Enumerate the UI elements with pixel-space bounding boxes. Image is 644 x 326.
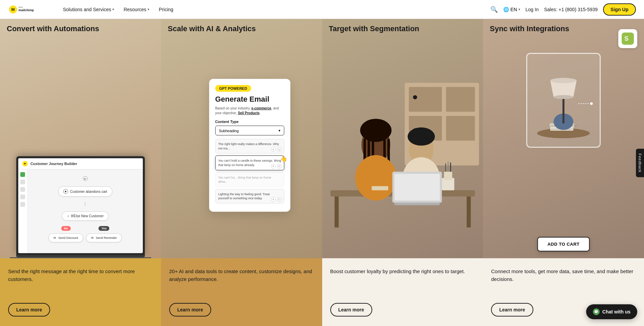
chat-button[interactable]: 💬 Chat with us bbox=[586, 304, 637, 319]
ai-generate-card: GPT POWERED Generate Email Based on your… bbox=[209, 79, 290, 212]
card-seg-bottom: Boost customer loyalty by predicting the… bbox=[322, 258, 483, 326]
card-int-title: Sync with Integrations bbox=[490, 24, 569, 33]
branch-yes: Yes ✉ Send Reminder bbox=[86, 226, 122, 242]
card-automations-bottom: Send the right message at the right time… bbox=[0, 258, 161, 326]
card-ai-bottom: 20+ AI and data tools to create content,… bbox=[161, 258, 322, 326]
branch-icon: ⑁ bbox=[67, 214, 69, 218]
nav-right: 🔍 🌐 EN ▾ Log In Sales: +1 (800) 315-5939… bbox=[490, 3, 636, 16]
card-ai-title: Scale with AI & Analytics bbox=[168, 24, 256, 33]
nav-pricing[interactable]: Pricing bbox=[155, 5, 177, 14]
branch-no: No ✉ Send Discount bbox=[48, 226, 83, 242]
svg-rect-5 bbox=[409, 87, 442, 112]
svg-rect-29 bbox=[372, 186, 388, 190]
flow-start-icon: ▶ bbox=[83, 176, 88, 181]
learn-more-segmentation[interactable]: Learn more bbox=[330, 303, 372, 317]
ai-copy-icon-2[interactable]: + bbox=[271, 164, 276, 168]
learn-more-integrations[interactable]: Learn more bbox=[491, 303, 533, 317]
flow-node-ifelse: ⑁ If/Else New Customer bbox=[62, 211, 109, 221]
no-badge: No bbox=[61, 226, 71, 231]
svg-point-44 bbox=[550, 78, 577, 83]
send-reminder-label: Send Reminder bbox=[96, 236, 117, 240]
card-integrations: Sync with Integrations Jenel Klein - I'l… bbox=[483, 19, 644, 326]
svg-rect-13 bbox=[466, 197, 470, 227]
add-to-cart-badge[interactable]: ADD TO CART bbox=[537, 237, 590, 251]
flow-node-reminder: ✉ Send Reminder bbox=[86, 233, 122, 242]
ai-block-1-icons: + □ bbox=[271, 147, 282, 152]
svg-text:mailchimp: mailchimp bbox=[19, 8, 34, 12]
gpt-badge: GPT POWERED bbox=[215, 85, 251, 92]
nav-solutions[interactable]: Solutions and Services ▾ bbox=[60, 5, 117, 14]
svg-point-15 bbox=[360, 119, 392, 142]
card-int-image: Sync with Integrations Jenel Klein - I'l… bbox=[483, 19, 644, 258]
ifelse-label: If/Else New Customer bbox=[71, 214, 104, 218]
search-icon[interactable]: 🔍 bbox=[490, 6, 498, 13]
cursor-hand-icon: 👆 bbox=[280, 155, 287, 163]
laptop-body: ✦ Customer Journey Builder bbox=[16, 156, 145, 255]
svg-text:intuit: intuit bbox=[19, 6, 23, 8]
globe-icon: 🌐 bbox=[503, 7, 509, 12]
ai-text-block-1: The right light really makes a differenc… bbox=[215, 139, 284, 154]
flow-node-abandon-cart: ▶ Customer abandons cart bbox=[58, 186, 112, 197]
svg-rect-31 bbox=[444, 172, 452, 180]
svg-point-47 bbox=[590, 102, 593, 105]
svg-rect-28 bbox=[394, 203, 440, 205]
sales-phone[interactable]: Sales: +1 (800) 315-5939 bbox=[544, 7, 598, 12]
svg-rect-37 bbox=[547, 133, 580, 135]
logo[interactable]: M intuit mailchimp bbox=[8, 4, 49, 15]
flow-branch: No ✉ Send Discount Yes ✉ bbox=[32, 226, 139, 242]
nav-solutions-label: Solutions and Services bbox=[63, 7, 111, 12]
learn-more-automations[interactable]: Learn more bbox=[8, 303, 50, 317]
ai-block-4-icons: + □ bbox=[271, 197, 282, 202]
svg-point-24 bbox=[407, 127, 435, 146]
flow-line-1 bbox=[85, 202, 85, 206]
segmentation-illustration bbox=[322, 19, 483, 258]
mailchimp-logo-svg: M intuit mailchimp bbox=[8, 4, 49, 15]
laptop-illustration: ✦ Customer Journey Builder bbox=[16, 156, 145, 258]
login-link[interactable]: Log In bbox=[526, 7, 539, 12]
nav-pricing-label: Pricing bbox=[159, 7, 173, 12]
feedback-tab[interactable]: Feedback bbox=[636, 149, 644, 177]
envelope-icon-discount: ✉ bbox=[53, 236, 56, 240]
ai-select-icon-1[interactable]: □ bbox=[277, 147, 282, 152]
ai-copy-icon-4[interactable]: + bbox=[271, 197, 276, 202]
card-automations-desc: Send the right message at the right time… bbox=[8, 268, 153, 296]
learn-more-ai[interactable]: Learn more bbox=[169, 303, 211, 317]
screen-sidebar bbox=[18, 169, 28, 253]
signup-button[interactable]: Sign Up bbox=[603, 3, 636, 16]
sidebar-dot-4 bbox=[20, 202, 25, 207]
ecommerce-link[interactable]: e-commerce bbox=[251, 106, 271, 110]
navbar: M intuit mailchimp Solutions and Service… bbox=[0, 0, 644, 19]
screen-header: ✦ Customer Journey Builder bbox=[18, 158, 143, 169]
language-selector[interactable]: 🌐 EN ▾ bbox=[503, 7, 520, 12]
content-type-value: Subheading bbox=[219, 128, 239, 133]
laptop-screen: ✦ Customer Journey Builder bbox=[18, 158, 143, 253]
nav-resources-label: Resources bbox=[124, 7, 146, 12]
sell-products-link[interactable]: Sell Products bbox=[238, 111, 260, 115]
shopify-badge: S bbox=[618, 29, 637, 48]
card-automations: Convert with Automations ✦ Customer Jour… bbox=[0, 19, 161, 326]
ai-text-block-3: You can't ho... Bring that lamp on home … bbox=[215, 172, 284, 187]
flow-content: ▶ ▶ Customer abandons cart ⑁ If/Else New… bbox=[28, 169, 143, 249]
sidebar-dot-2 bbox=[20, 187, 25, 192]
ai-generate-title: Generate Email bbox=[215, 95, 284, 103]
chat-icon: 💬 bbox=[593, 308, 600, 315]
card-seg-image: Target with Segmentation bbox=[322, 19, 483, 258]
play-icon: ▶ bbox=[63, 189, 68, 194]
svg-rect-43 bbox=[562, 97, 564, 123]
svg-point-9 bbox=[413, 95, 417, 99]
svg-rect-27 bbox=[394, 174, 440, 201]
card-ai-desc: 20+ AI and data tools to create content,… bbox=[169, 268, 314, 296]
ai-copy-icon-1[interactable]: + bbox=[271, 147, 276, 152]
card-automations-title: Convert with Automations bbox=[7, 24, 99, 33]
ai-select-icon-2[interactable]: □ bbox=[277, 164, 282, 168]
chat-label: Chat with us bbox=[602, 309, 630, 314]
shopify-icon: S bbox=[622, 33, 634, 45]
content-type-select[interactable]: Subheading ▾ bbox=[215, 126, 284, 136]
sidebar-dot-1 bbox=[20, 180, 25, 184]
lang-label: EN bbox=[510, 7, 517, 12]
card-ai: Scale with AI & Analytics GPT POWERED Ge… bbox=[161, 19, 322, 326]
ai-select-icon-4[interactable]: □ bbox=[277, 197, 282, 202]
nav-resources[interactable]: Resources ▾ bbox=[120, 5, 153, 14]
main-grid: Convert with Automations ✦ Customer Jour… bbox=[0, 19, 644, 326]
send-discount-label: Send Discount bbox=[58, 236, 78, 240]
